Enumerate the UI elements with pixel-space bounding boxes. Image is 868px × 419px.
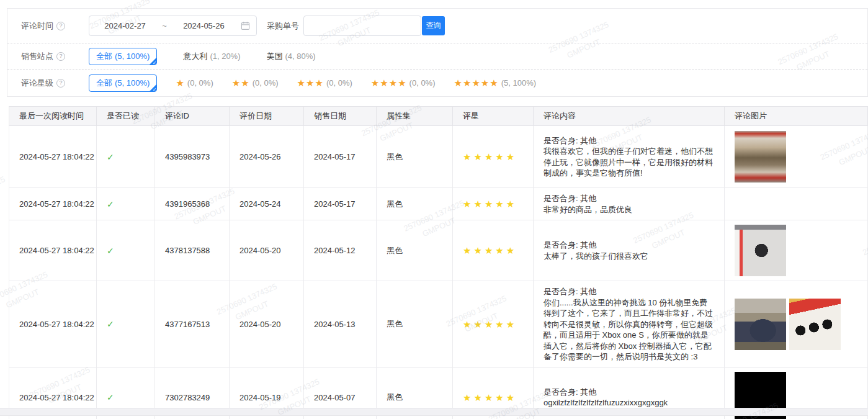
star-rating: ★★★★★ [463, 152, 517, 161]
horizontal-scrollbar[interactable] [0, 408, 868, 416]
option-stat: (5, 100%) [501, 78, 536, 88]
cell-stars: ★★★★★ [453, 220, 534, 281]
review-image[interactable] [735, 225, 786, 276]
cell-content: 是否合身: 其他 太棒了，我的孩子们很喜欢它 [534, 220, 725, 281]
column-header: 最后一次阅读时间 [9, 107, 97, 125]
filter-row-review-time: 评论时间 ? 2024-02-27 ~ 2024-05-26 采购单号 [7, 9, 867, 43]
cell-review-id: 4395983973 [155, 126, 230, 187]
review-text: 你们......我从这里的神奇挑选 10 份礼物里免费得到了这个，它来了，而且工… [544, 297, 714, 363]
cell-read-status: ✓ [97, 281, 155, 367]
column-header: 评论图片 [725, 107, 868, 125]
star-icon: ★★★★ [371, 78, 407, 88]
review-text: 我很喜欢它，但我的侄子们对它着迷，他们不想停止玩，它就像照片中一样，它是用很好的… [544, 146, 714, 179]
cell-content: 是否合身: 其他 我很喜欢它，但我的侄子们对它着迷，他们不想停止玩，它就像照片中… [534, 126, 725, 187]
cell-sale-date: 2024-05-13 [304, 281, 377, 367]
column-header: 评论ID [155, 107, 230, 125]
fit-line: 是否合身: 其他 [544, 135, 714, 146]
star-filter-option[interactable]: ★★★★(0, 0%) [371, 78, 436, 88]
option-stat: (1, 20%) [210, 52, 240, 61]
column-header: 评星 [453, 107, 534, 125]
fit-line: 是否合身: 其他 [544, 286, 714, 297]
cell-attribute: 黑色 [377, 126, 453, 187]
option-stat: (0, 0%) [187, 78, 213, 88]
end-date-value[interactable]: 2024-05-26 [168, 21, 239, 30]
filter-row-review-stars: 评论星级 ? 全部(5, 100%)✓★(0, 0%)★★(0, 0%)★★★(… [7, 69, 867, 96]
option-stat: (0, 0%) [253, 78, 279, 88]
filter-option[interactable]: 意大利(1, 20%) [183, 51, 240, 62]
filter-option[interactable]: 美国(4, 80%) [267, 51, 316, 62]
query-button[interactable]: 查询 [422, 16, 445, 35]
cell-stars: ★★★★★ [453, 188, 534, 220]
table-row: 2024-05-27 18:04:22 ✓ 4395983973 2024-05… [9, 126, 868, 188]
star-icon: ★★ [232, 78, 250, 88]
cell-review-id: 4377167513 [155, 281, 230, 367]
cell-sale-date: 2024-05-17 [304, 188, 377, 220]
star-filter-option[interactable]: ★★★★★(5, 100%) [454, 78, 537, 88]
review-text: 非常好的商品，品质优良 [544, 204, 632, 215]
help-icon[interactable]: ? [56, 79, 65, 88]
purchase-order-input[interactable] [303, 16, 421, 36]
cell-sale-date: 2024-05-17 [304, 126, 377, 187]
sales-site-label: 销售站点 [21, 51, 53, 62]
column-header: 属性集 [377, 107, 453, 125]
reviews-table: 最后一次阅读时间是否已读评论ID评价日期销售日期属性集评星评论内容评论图片 20… [9, 106, 868, 419]
star-icon: ★★★★★ [454, 78, 499, 88]
review-image[interactable] [735, 131, 786, 182]
column-header: 是否已读 [97, 107, 155, 125]
cell-review-date: 2024-05-20 [230, 220, 304, 281]
cell-stars: ★★★★★ [453, 281, 534, 367]
review-stars-label-wrap: 评论星级 ? [21, 78, 89, 89]
star-rating: ★★★★★ [463, 393, 517, 402]
filter-option-selected[interactable]: 全部(5, 100%)✓ [89, 74, 157, 92]
start-date-value[interactable]: 2024-02-27 [89, 21, 161, 30]
star-filter-option[interactable]: ★(0, 0%) [176, 78, 213, 88]
review-management-page: 2570690 1374325GMPOUT2570690 1374325GMPO… [0, 0, 868, 419]
star-rating: ★★★★★ [463, 320, 517, 329]
table-row: 2024-05-27 18:04:22 ✓ 4377167513 2024-05… [9, 281, 868, 368]
table-header: 最后一次阅读时间是否已读评论ID评价日期销售日期属性集评星评论内容评论图片 [9, 106, 868, 126]
star-icon: ★ [176, 78, 184, 88]
cell-review-date: 2024-05-20 [230, 281, 304, 367]
cell-attribute: 黑色 [377, 220, 453, 281]
review-image[interactable] [789, 299, 841, 350]
sales-site-label-wrap: 销售站点 ? [21, 51, 89, 62]
cell-review-id: 4391965368 [155, 188, 230, 220]
cell-review-id: 4378137588 [155, 220, 230, 281]
date-range-picker[interactable]: 2024-02-27 ~ 2024-05-26 [89, 16, 257, 36]
calendar-icon [241, 21, 250, 30]
help-icon[interactable]: ? [56, 52, 65, 61]
table-row: 2024-05-27 18:04:22 ✓ 4378137588 2024-05… [9, 220, 868, 281]
review-image[interactable] [735, 299, 786, 350]
selected-check-icon: ✓ [153, 60, 157, 65]
column-header: 评价日期 [230, 107, 304, 125]
cell-stars: ★★★★★ [453, 126, 534, 187]
cell-attribute: 黑色 [377, 281, 453, 367]
help-icon[interactable]: ? [56, 22, 65, 30]
option-label: 全部 [96, 51, 112, 62]
cell-last-read-time: 2024-05-27 18:04:22 [9, 188, 97, 220]
review-stars-options: 全部(5, 100%)✓★(0, 0%)★★(0, 0%)★★★(0, 0%)★… [89, 74, 536, 92]
star-filter-option[interactable]: ★★★(0, 0%) [297, 78, 352, 88]
fit-line: 是否合身: 其他 [544, 193, 632, 204]
date-separator: ~ [161, 21, 168, 30]
cell-last-read-time: 2024-05-27 18:04:22 [9, 220, 97, 281]
filter-option-selected[interactable]: 全部(5, 100%)✓ [89, 48, 157, 65]
review-text: ogxilzfzlfzlfzlfzlfzlfuzuzxixxgxgxggk [544, 397, 668, 408]
fit-line: 是否合身: 其他 [544, 387, 668, 398]
column-header: 评论内容 [534, 107, 725, 125]
option-stat: (4, 80%) [285, 52, 316, 61]
filter-panel: 评论时间 ? 2024-02-27 ~ 2024-05-26 采购单号 [7, 8, 868, 97]
sales-site-options: 全部(5, 100%)✓意大利(1, 20%)美国(4, 80%) [89, 48, 316, 65]
cell-review-date: 2024-05-24 [230, 188, 304, 220]
purchase-order-label: 采购单号 [267, 20, 299, 32]
check-icon: ✓ [107, 152, 114, 162]
filter-row-sales-site: 销售站点 ? 全部(5, 100%)✓意大利(1, 20%)美国(4, 80%) [7, 43, 867, 69]
star-rating: ★★★★★ [463, 246, 517, 255]
star-filter-option[interactable]: ★★(0, 0%) [232, 78, 279, 88]
cell-images [725, 188, 868, 220]
review-text: 太棒了，我的孩子们很喜欢它 [544, 251, 648, 262]
cell-images [725, 281, 868, 367]
cell-sale-date: 2024-05-12 [304, 220, 377, 281]
cell-attribute: 黑色 [377, 188, 453, 220]
check-icon: ✓ [107, 246, 114, 256]
